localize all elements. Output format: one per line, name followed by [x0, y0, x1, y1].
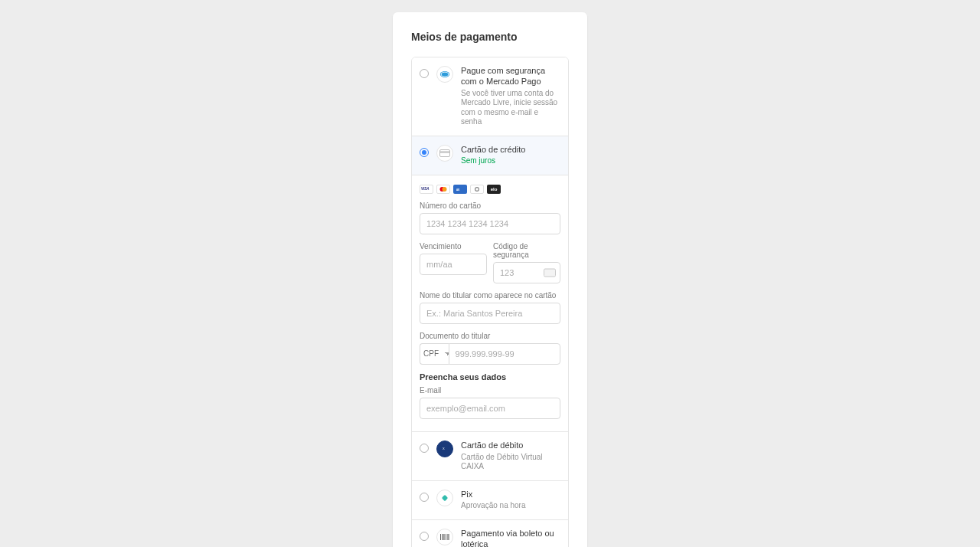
svg-text:X: X — [443, 447, 445, 450]
radio-credit-card[interactable] — [420, 148, 429, 157]
svg-rect-4 — [440, 151, 450, 152]
option-title: Pix — [461, 490, 560, 500]
svg-rect-19 — [446, 534, 446, 540]
svg-rect-17 — [443, 534, 443, 540]
svg-rect-20 — [447, 534, 448, 540]
card-brand-row: VISA AE elo — [420, 185, 560, 194]
cvv-card-icon — [544, 268, 556, 277]
svg-text:VISA: VISA — [421, 187, 430, 191]
svg-point-11 — [475, 188, 479, 191]
option-subtitle: Se você tiver uma conta do Mercado Livre… — [461, 89, 560, 127]
email-input[interactable] — [420, 398, 560, 419]
svg-rect-16 — [442, 534, 443, 540]
radio-pix[interactable] — [420, 493, 429, 502]
radio-debit-card[interactable] — [420, 444, 429, 453]
svg-text:AE: AE — [456, 188, 459, 191]
visa-icon: VISA — [420, 185, 433, 194]
amex-icon: AE — [453, 185, 467, 194]
payment-card: Meios de pagamento Pague com segurança c… — [393, 12, 587, 547]
expiry-input[interactable] — [420, 254, 487, 275]
svg-rect-15 — [440, 534, 441, 540]
document-label: Documento do titular — [420, 332, 560, 340]
card-number-label: Número do cartão — [420, 201, 560, 210]
payment-options: Pague com segurança com o Mercado Pago S… — [411, 57, 569, 547]
svg-rect-3 — [440, 149, 450, 156]
barcode-icon — [436, 529, 453, 545]
option-subtitle: Cartão de Débito Virtual CAIXA — [461, 453, 560, 472]
page-title: Meios de pagamento — [411, 31, 569, 43]
radio-mercado-pago[interactable] — [420, 69, 429, 78]
option-title: Cartão de débito — [461, 441, 560, 451]
option-title: Pague com segurança com o Mercado Pago — [461, 66, 560, 87]
document-input[interactable] — [449, 343, 560, 365]
svg-point-2 — [442, 73, 449, 77]
option-subtitle: Aprovação na hora — [461, 501, 560, 511]
option-subtitle: Sem juros — [461, 156, 560, 166]
option-pix[interactable]: Pix Aprovação na hora — [412, 480, 568, 519]
radio-boleto[interactable] — [420, 532, 429, 541]
svg-point-7 — [443, 187, 447, 192]
svg-rect-18 — [444, 534, 445, 540]
document-type-select[interactable]: CPF — [420, 343, 449, 365]
credit-card-icon — [436, 145, 453, 162]
card-number-input[interactable] — [420, 213, 560, 234]
cvv-label: Código de segurança — [493, 242, 560, 259]
expiry-label: Vencimiento — [420, 242, 487, 251]
option-debit-card[interactable]: X Cartão de débito Cartão de Débito Virt… — [412, 431, 568, 480]
mercado-pago-icon — [436, 66, 453, 83]
option-credit-card[interactable]: Cartão de crédito Sem juros — [412, 136, 568, 175]
pix-icon — [436, 490, 453, 506]
holder-label: Nome do titular como aparece no cartão — [420, 291, 560, 300]
diners-icon — [470, 185, 484, 194]
option-boleto[interactable]: Pagamento via boleto ou lotérica Vários … — [412, 519, 568, 547]
svg-rect-14 — [442, 494, 448, 500]
debit-card-icon: X — [436, 441, 453, 457]
option-title: Pagamento via boleto ou lotérica — [461, 529, 560, 547]
mastercard-icon — [436, 185, 450, 194]
credit-card-form: VISA AE elo Número do cartão — [412, 175, 568, 431]
svg-rect-21 — [448, 534, 449, 540]
option-title: Cartão de crédito — [461, 145, 560, 156]
holder-input[interactable] — [420, 303, 560, 324]
option-mercado-pago[interactable]: Pague com segurança com o Mercado Pago S… — [412, 57, 568, 136]
elo-icon: elo — [487, 185, 501, 194]
personal-section-title: Preencha seus dados — [420, 372, 560, 382]
email-label: E-mail — [420, 386, 560, 395]
